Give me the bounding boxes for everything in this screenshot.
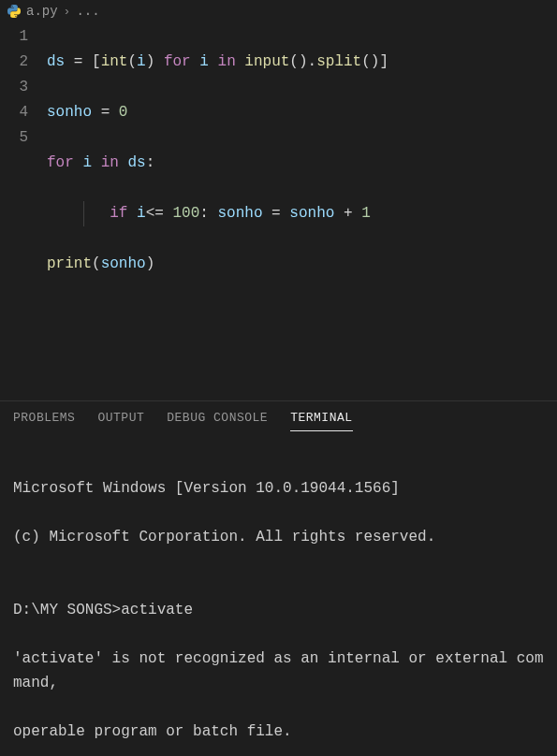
breadcrumb: a.py › ... [0,0,557,22]
breadcrumb-more[interactable]: ... [76,4,99,19]
code-editor[interactable]: 1 2 3 4 5 ds = [int(i) for i in input().… [0,22,557,327]
line-number: 5 [0,125,28,151]
python-icon [7,5,21,18]
terminal-line: D:\MY SONGS>activate [13,598,544,622]
terminal-line: Microsoft Windows [Version 10.0.19044.15… [13,476,544,501]
line-number: 1 [0,24,28,50]
tab-problems[interactable]: PROBLEMS [13,411,75,431]
line-number: 3 [0,75,28,100]
code-area[interactable]: ds = [int(i) for i in input().split()] s… [47,24,557,327]
chevron-right-icon: › [64,5,71,19]
terminal-line: operable program or batch file. [13,720,544,744]
tab-debug-console[interactable]: DEBUG CONSOLE [167,411,268,431]
code-line: print(sonho) [47,252,557,277]
line-number: 4 [0,100,28,125]
breadcrumb-file[interactable]: a.py [26,4,58,19]
terminal-output[interactable]: Microsoft Windows [Version 10.0.19044.15… [0,431,557,756]
tab-output[interactable]: OUTPUT [97,411,144,431]
terminal-line: (c) Microsoft Corporation. All rights re… [13,525,544,549]
code-line: if i<= 100: sonho = sonho + 1 [47,201,557,226]
code-line: ds = [int(i) for i in input().split()] [47,50,557,75]
terminal-line: 'activate' is not recognized as an inter… [13,647,544,695]
panel-tabs: PROBLEMS OUTPUT DEBUG CONSOLE TERMINAL [0,401,557,431]
line-number: 2 [0,50,28,75]
code-line: for i in ds: [47,151,557,176]
bottom-panel: PROBLEMS OUTPUT DEBUG CONSOLE TERMINAL M… [0,400,557,756]
line-number-gutter: 1 2 3 4 5 [0,24,47,327]
tab-terminal[interactable]: TERMINAL [290,411,352,431]
code-line: sonho = 0 [47,100,557,125]
